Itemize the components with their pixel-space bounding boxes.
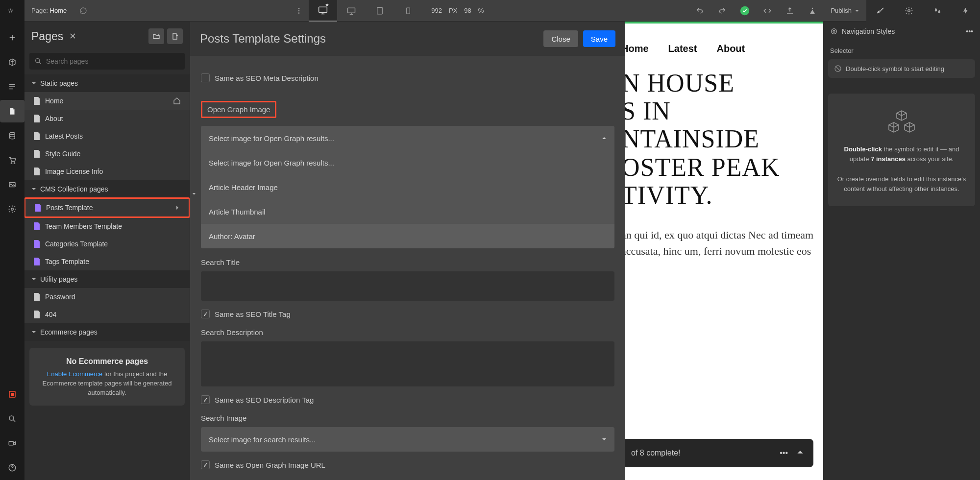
svg-point-9: [10, 132, 15, 135]
publish-button[interactable]: Publish: [824, 7, 866, 14]
same-seo-title-row[interactable]: Same as SEO Title Tag: [201, 310, 614, 318]
save-button[interactable]: Save: [583, 30, 615, 47]
og-option-header-image[interactable]: Article Header Image: [201, 175, 614, 199]
target-icon: [830, 27, 838, 35]
more-icon[interactable]: •••: [966, 27, 973, 35]
page-item-404[interactable]: 404: [24, 306, 190, 323]
enable-ecommerce-link[interactable]: Enable Ecommerce: [47, 370, 102, 378]
og-select-value: Select image for Open Graph results...: [209, 134, 334, 143]
refresh-icon[interactable]: [74, 0, 93, 22]
chevron-up-icon[interactable]: [797, 449, 804, 456]
close-button[interactable]: Close: [543, 30, 578, 47]
tablet-icon[interactable]: [366, 0, 394, 22]
checkbox-icon[interactable]: [201, 73, 210, 82]
close-icon[interactable]: ✕: [69, 31, 76, 42]
page-item-tags[interactable]: Tags Template: [24, 253, 190, 270]
page-item-about[interactable]: About: [24, 110, 190, 127]
page-item-image-license[interactable]: Image License Info: [24, 163, 190, 180]
desktop-large-icon[interactable]: ★: [309, 0, 337, 22]
search-input[interactable]: [46, 57, 180, 65]
progress-text: of 8 complete!: [631, 449, 681, 457]
checkbox-checked-icon[interactable]: [201, 460, 210, 469]
onboarding-progress[interactable]: of 8 complete! •••: [621, 439, 813, 467]
same-og-url-row[interactable]: Same as Open Graph Image URL: [201, 460, 614, 469]
audit-icon[interactable]: [801, 0, 824, 22]
export-icon[interactable]: [779, 0, 801, 22]
app-logo[interactable]: [0, 0, 24, 22]
page-item-categories[interactable]: Categories Template: [24, 235, 190, 253]
og-image-select[interactable]: Select image for Open Graph results...: [201, 126, 614, 150]
cms-pages-section[interactable]: CMS Collection pages: [24, 180, 190, 198]
desktop-icon[interactable]: [337, 0, 366, 22]
new-page-icon[interactable]: [167, 28, 183, 44]
new-folder-icon[interactable]: [148, 28, 164, 44]
page-item-team-members[interactable]: Team Members Template: [24, 217, 190, 235]
help-icon[interactable]: [0, 456, 24, 479]
svg-point-13: [11, 208, 14, 211]
brush-icon[interactable]: [866, 0, 895, 22]
collapse-caret-icon[interactable]: [190, 188, 198, 200]
record-icon[interactable]: [0, 383, 24, 406]
search-title-input[interactable]: [201, 271, 614, 301]
cms-icon[interactable]: [0, 124, 24, 147]
kebab-icon[interactable]: [289, 7, 309, 15]
bolt-icon[interactable]: [952, 0, 980, 22]
zoom-unit: %: [478, 7, 484, 14]
page-item-latest-posts[interactable]: Latest Posts: [24, 127, 190, 145]
svg-point-21: [832, 29, 837, 34]
same-meta-desc-row[interactable]: Same as SEO Meta Description: [201, 73, 614, 82]
canvas-paragraph: an qui id, ex quo atqui dictas Nec ad ti…: [621, 227, 818, 259]
pages-panel: Pages ✕ Static pages Home About Latest P…: [24, 22, 190, 480]
current-page-label[interactable]: Page: Home: [24, 7, 74, 14]
settings-icon[interactable]: [0, 198, 24, 220]
search-description-input[interactable]: [201, 341, 614, 386]
styles-header-text: Navigation Styles: [842, 27, 895, 35]
svg-rect-3: [319, 7, 327, 12]
page-item-password[interactable]: Password: [24, 288, 190, 306]
gear-icon[interactable]: [895, 0, 923, 22]
checkbox-checked-icon[interactable]: [201, 395, 210, 404]
nav-item-home[interactable]: Home: [621, 43, 649, 54]
search-image-select[interactable]: Select image for search results...: [201, 427, 614, 452]
static-pages-section[interactable]: Static pages: [24, 74, 190, 92]
drops-icon[interactable]: [923, 0, 952, 22]
status-ok-icon[interactable]: [734, 0, 756, 22]
undo-icon[interactable]: [688, 0, 711, 22]
same-seo-desc-row[interactable]: Same as SEO Description Tag: [201, 395, 614, 404]
ecommerce-pages-section[interactable]: Ecommerce pages: [24, 323, 190, 341]
svg-point-16: [9, 416, 14, 420]
page-item-style-guide[interactable]: Style Guide: [24, 145, 190, 163]
canvas-width: 992: [431, 7, 442, 14]
nav-item-about[interactable]: About: [716, 43, 745, 54]
pages-icon[interactable]: [0, 100, 24, 122]
og-option-thumbnail[interactable]: Article Thumbnail: [201, 199, 614, 224]
nav-item-latest[interactable]: Latest: [668, 43, 697, 54]
same-seo-desc-label: Same as SEO Description Tag: [215, 396, 314, 404]
left-rail: [0, 22, 24, 480]
page-item-posts-template[interactable]: Posts Template: [24, 197, 190, 218]
svg-point-1: [298, 10, 300, 11]
styles-panel-header: Navigation Styles •••: [823, 22, 980, 41]
utility-pages-section[interactable]: Utility pages: [24, 270, 190, 288]
svg-point-19: [36, 59, 40, 63]
code-icon[interactable]: [756, 0, 779, 22]
nav-icon[interactable]: [0, 75, 24, 98]
more-icon[interactable]: •••: [780, 449, 788, 457]
pages-search[interactable]: [29, 53, 185, 70]
phone-icon[interactable]: [394, 0, 422, 22]
ecommerce-icon[interactable]: [0, 149, 24, 171]
cube-icon[interactable]: [0, 51, 24, 73]
assets-icon[interactable]: [0, 173, 24, 196]
og-option-author-avatar[interactable]: Author: Avatar: [201, 224, 614, 248]
video-icon[interactable]: [0, 432, 24, 455]
right-tool-strip: [866, 0, 980, 22]
redo-icon[interactable]: [711, 0, 734, 22]
checkbox-checked-icon[interactable]: [201, 310, 210, 318]
add-icon[interactable]: [0, 26, 24, 49]
search-icon[interactable]: [0, 408, 24, 430]
top-bar: Page: Home ★ 992 PX 98 % Publish: [0, 0, 980, 22]
page-item-home[interactable]: Home: [24, 92, 190, 110]
home-badge-icon: [173, 97, 181, 105]
same-meta-desc-label: Same as SEO Meta Description: [215, 74, 318, 82]
og-option-placeholder[interactable]: Select image for Open Graph results...: [201, 150, 614, 175]
